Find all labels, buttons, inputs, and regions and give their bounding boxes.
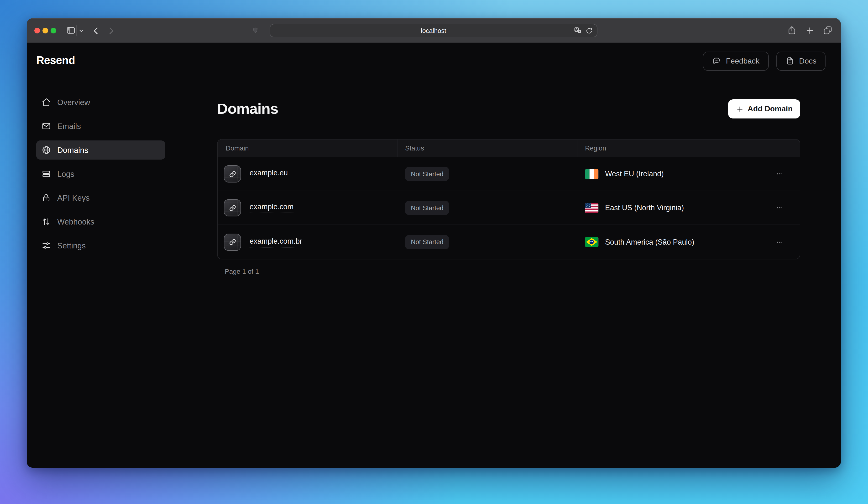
back-icon[interactable] (92, 26, 101, 36)
row-actions-button[interactable] (771, 167, 788, 181)
globe-icon (42, 145, 51, 155)
column-header-region: Region (577, 140, 759, 157)
sidebar-item-label: Overview (57, 98, 90, 107)
home-icon (42, 98, 51, 107)
add-domain-label: Add Domain (748, 104, 793, 113)
sidebar-item-settings[interactable]: Settings (36, 236, 165, 255)
status-badge: Not Started (405, 201, 449, 215)
arrows-up-down-icon (42, 217, 51, 226)
row-actions-button[interactable] (771, 235, 788, 249)
table-row: example.eu Not Started West EU (Ireland) (218, 157, 800, 191)
toolbar-divider (76, 25, 77, 36)
docs-button-label: Docs (799, 57, 816, 65)
table-row: example.com Not Started (218, 191, 800, 225)
column-header-actions (759, 140, 800, 157)
minimize-window-button[interactable] (42, 28, 48, 33)
domain-link[interactable]: example.com (250, 203, 293, 213)
link-icon (224, 233, 241, 251)
zoom-window-button[interactable] (51, 28, 56, 33)
forward-icon[interactable] (106, 26, 115, 36)
page-content: Domains Add Domain Domain Status (175, 79, 841, 275)
address-bar[interactable]: localhost (270, 24, 597, 37)
link-icon (224, 165, 241, 182)
browser-toolbar: localhost (27, 18, 841, 43)
sidebar-nav: Overview Emails (36, 93, 165, 255)
us-flag-icon (585, 203, 598, 213)
sidebar-item-domains[interactable]: Domains (36, 140, 165, 160)
sidebar-item-emails[interactable]: Emails (36, 117, 165, 136)
desktop-wallpaper: localhost (0, 0, 868, 504)
plus-icon (736, 105, 744, 113)
link-icon (224, 199, 241, 216)
domains-table: Domain Status Region (217, 139, 800, 259)
new-tab-icon[interactable] (805, 26, 815, 36)
sliders-icon (42, 241, 51, 250)
sidebar-item-label: Settings (57, 241, 86, 250)
chevron-down-icon[interactable] (79, 28, 84, 33)
address-url: localhost (421, 27, 446, 34)
browser-window: localhost (27, 18, 841, 468)
resend-logo: Resend (36, 54, 165, 66)
page-title: Domains (217, 100, 278, 118)
column-header-domain: Domain (218, 140, 397, 157)
pagination-label: Page 1 of 1 (217, 268, 800, 275)
docs-button[interactable]: Docs (776, 51, 826, 70)
row-actions-button[interactable] (771, 201, 788, 214)
feedback-button[interactable]: Feedback (703, 51, 769, 70)
sidebar-item-webhooks[interactable]: Webhooks (36, 212, 165, 231)
top-header: Feedback Docs (175, 43, 841, 79)
document-icon (785, 57, 794, 65)
sidebar-item-label: Webhooks (57, 217, 94, 226)
table-row: example.com.br Not Started (218, 225, 800, 259)
region-label: East US (North Virginia) (605, 203, 684, 212)
add-domain-button[interactable]: Add Domain (728, 99, 800, 119)
status-badge: Not Started (405, 167, 449, 181)
sidebar-item-label: Logs (57, 169, 74, 179)
app-root: Resend Overview (27, 43, 841, 468)
sidebar-item-logs[interactable]: Logs (36, 164, 165, 183)
domain-link[interactable]: example.eu (250, 169, 288, 179)
tab-overview-icon[interactable] (823, 25, 833, 36)
lock-icon (42, 193, 51, 203)
close-window-button[interactable] (34, 28, 40, 33)
sidebar: Resend Overview (27, 43, 175, 468)
column-header-status: Status (397, 140, 577, 157)
sidebar-item-label: Domains (57, 145, 88, 154)
shield-icon[interactable] (251, 27, 259, 34)
share-icon[interactable] (787, 25, 797, 36)
sidebar-toggle-icon[interactable] (66, 25, 76, 36)
sidebar-item-overview[interactable]: Overview (36, 93, 165, 112)
status-badge: Not Started (405, 235, 449, 249)
feedback-button-label: Feedback (726, 57, 760, 65)
reload-icon[interactable] (586, 27, 593, 34)
domain-link[interactable]: example.com.br (250, 237, 302, 247)
sidebar-item-label: API Keys (57, 193, 90, 202)
brazil-flag-icon (585, 237, 598, 247)
chat-bubble-icon (712, 57, 721, 65)
table-header: Domain Status Region (218, 140, 800, 157)
region-label: West EU (Ireland) (605, 170, 664, 178)
translate-icon[interactable] (574, 26, 582, 35)
rows-icon (42, 169, 51, 179)
ireland-flag-icon (585, 169, 598, 179)
main-area: Feedback Docs Domains (175, 43, 841, 468)
region-label: South America (São Paulo) (605, 238, 694, 246)
sidebar-item-api-keys[interactable]: API Keys (36, 188, 165, 207)
mail-icon (42, 121, 51, 131)
sidebar-item-label: Emails (57, 122, 81, 131)
